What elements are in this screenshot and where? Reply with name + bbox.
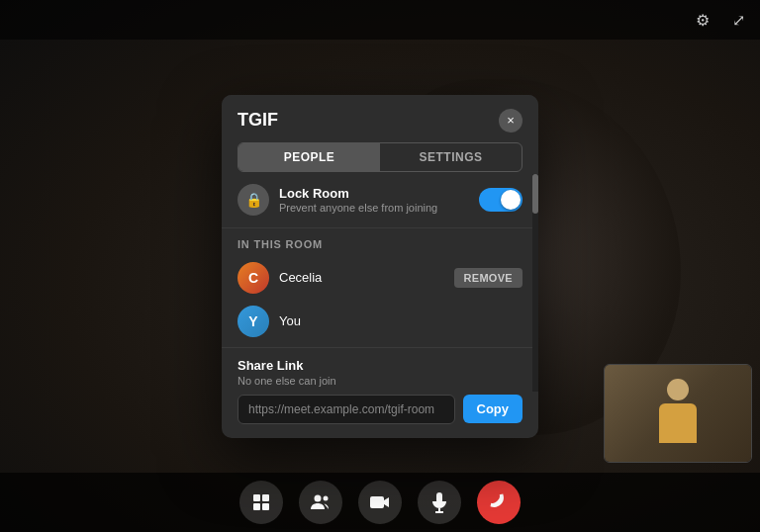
share-link-title: Share Link (238, 358, 522, 373)
modal-header: TGIF × (222, 95, 538, 133)
modal-body: 🔒 Lock Room Prevent anyone else from joi… (222, 172, 538, 438)
modal-title: TGIF (238, 110, 278, 131)
tab-settings[interactable]: SETTINGS (380, 143, 522, 171)
share-link-row: Copy (238, 395, 522, 424)
modal-overlay: TGIF × PEOPLE SETTINGS 🔒 Lock Room Preve… (0, 0, 760, 532)
copy-link-button[interactable]: Copy (463, 395, 523, 423)
person-row-you: Y You (222, 300, 538, 343)
section-header: IN THIS ROOM (222, 228, 538, 256)
person-row-cecelia: C Cecelia REMOVE (222, 256, 538, 300)
scrollbar-thumb[interactable] (532, 174, 538, 214)
toggle-track[interactable] (479, 188, 522, 212)
avatar-you: Y (238, 306, 269, 337)
share-link-section: Share Link No one else can join Copy (222, 347, 538, 438)
modal-dialog: TGIF × PEOPLE SETTINGS 🔒 Lock Room Preve… (222, 95, 538, 438)
lock-room-toggle[interactable] (479, 188, 522, 212)
share-link-desc: No one else can join (238, 375, 522, 387)
lock-room-text: Lock Room Prevent anyone else from joini… (279, 186, 469, 214)
share-link-input[interactable] (238, 395, 455, 424)
lock-room-desc: Prevent anyone else from joining (279, 202, 469, 214)
modal-close-button[interactable]: × (499, 109, 522, 133)
avatar-cecelia: C (238, 262, 269, 294)
lock-icon: 🔒 (238, 184, 269, 216)
tab-people[interactable]: PEOPLE (238, 143, 380, 171)
scrollbar-track[interactable] (532, 174, 538, 392)
lock-room-label: Lock Room (279, 186, 469, 201)
person-name-you: You (279, 313, 522, 328)
toggle-thumb (501, 190, 521, 210)
person-name-cecelia: Cecelia (279, 270, 444, 285)
modal-tabs: PEOPLE SETTINGS (238, 142, 522, 172)
lock-room-row: 🔒 Lock Room Prevent anyone else from joi… (222, 172, 538, 228)
remove-cecelia-button[interactable]: REMOVE (454, 268, 522, 288)
